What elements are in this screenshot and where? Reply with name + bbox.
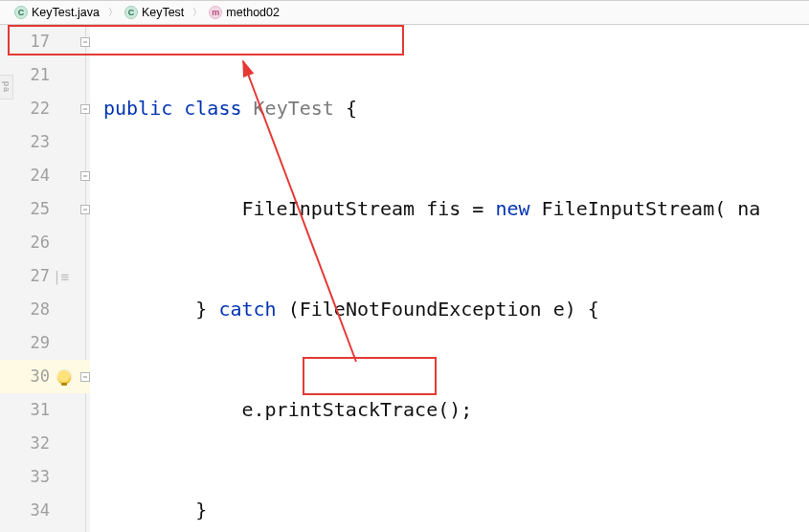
breadcrumb-method-label: method02 [226, 6, 280, 19]
breadcrumb-class[interactable]: C KeyTest [120, 3, 191, 22]
chevron-right-icon: 〉 [192, 6, 202, 19]
breadcrumb-class-label: KeyTest [142, 6, 184, 19]
breadcrumb-method[interactable]: m method02 [204, 3, 286, 22]
fold-toggle-icon[interactable] [80, 372, 90, 382]
code-area[interactable]: public class KeyTest { FileInputStream f… [90, 25, 809, 532]
line-number[interactable]: 32 [0, 427, 90, 460]
gutter: 17 21 22 23 24 25 26 |≡27 28 29 30 31 32… [0, 25, 90, 532]
chevron-right-icon: 〉 [108, 6, 118, 19]
method-icon: m [209, 6, 222, 19]
doc-comment-icon: |≡ [53, 270, 69, 283]
fold-toggle-icon[interactable] [80, 37, 90, 47]
line-number[interactable]: 26 [0, 226, 90, 259]
line-number[interactable]: 21 [0, 58, 90, 92]
code-line[interactable]: public class KeyTest { [90, 92, 809, 125]
class-file-icon: C [14, 6, 28, 19]
line-number[interactable]: 22 [0, 92, 90, 125]
line-number[interactable]: 30 [0, 360, 90, 393]
class-icon: C [124, 6, 138, 19]
line-number[interactable]: 25 [0, 192, 90, 226]
line-number[interactable]: 17 [0, 25, 90, 58]
line-number[interactable]: 23 [0, 125, 90, 159]
breadcrumb-file-label: KeyTest.java [32, 6, 100, 19]
breadcrumb: C KeyTest.java 〉 C KeyTest 〉 m method02 [0, 0, 809, 25]
fold-toggle-icon[interactable] [80, 104, 90, 114]
line-number[interactable]: |≡27 [0, 259, 90, 293]
intention-bulb-icon[interactable] [57, 370, 71, 384]
code-line[interactable]: } catch (FileNotFoundException e) { [90, 293, 809, 326]
fold-toggle-icon[interactable] [80, 205, 90, 214]
line-number[interactable]: 31 [0, 393, 90, 427]
side-tab[interactable]: pa [0, 75, 13, 100]
fold-toggle-icon[interactable] [80, 171, 90, 181]
code-line[interactable]: FileInputStream fis = new FileInputStrea… [90, 192, 809, 226]
breadcrumb-file[interactable]: C KeyTest.java [10, 3, 106, 22]
line-number[interactable]: 28 [0, 293, 90, 326]
line-number[interactable]: 29 [0, 326, 90, 360]
code-editor[interactable]: 17 21 22 23 24 25 26 |≡27 28 29 30 31 32… [0, 25, 809, 532]
line-number[interactable]: 24 [0, 159, 90, 192]
line-number[interactable]: 33 [0, 460, 90, 494]
code-line[interactable]: } [90, 494, 809, 527]
code-line[interactable]: e.printStackTrace(); [90, 393, 809, 427]
line-number[interactable]: 34 [0, 494, 90, 527]
